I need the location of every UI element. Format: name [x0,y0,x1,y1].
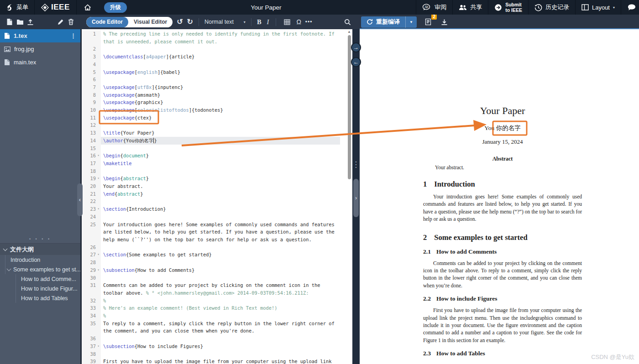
code-line[interactable]: 27▾\section{Some examples to get started… [82,251,352,259]
code-line[interactable]: 24 [82,213,352,221]
code-line[interactable]: 22 [82,198,352,205]
code-line[interactable]: 7\usepackage[utf8x]{inputenc} [82,83,352,91]
code-editor-tab[interactable]: Code Editor [86,17,128,27]
pdf-resize-handle[interactable]: › [353,179,359,217]
code-line[interactable]: 36 [82,335,352,343]
layout-button[interactable]: Layout ▾ [575,0,621,15]
code-line[interactable]: 2 [82,45,352,53]
code-line[interactable]: 1% The preceding line is only needed to … [82,30,352,45]
chat-button[interactable] [621,0,639,15]
code-line[interactable]: 12 [82,121,352,129]
code-line[interactable]: 30 [82,274,352,282]
fold-caret-icon[interactable]: ▾ [96,266,101,274]
code-line[interactable]: 14\author{You你的名字} [82,137,352,145]
fold-caret-icon[interactable]: ▾ [96,205,101,213]
code-line[interactable]: 33% Here's an example comment! (Best vie… [82,304,352,312]
code-line[interactable]: 32% [82,297,352,305]
insert-symbol-button[interactable]: Ω [296,19,301,25]
file-outline-header[interactable]: 文件大纲 [0,244,80,255]
code-line[interactable]: 13\title{Your Paper} [82,129,352,137]
code-line[interactable]: 37▾\subsection{How to include Figures} [82,343,352,350]
code-line[interactable]: 38 [82,350,352,358]
recompile-options-caret[interactable]: ▼ [405,16,417,28]
code-line[interactable]: 11\usepackage{ctex} [82,114,352,122]
code-line[interactable]: 20Your abstract. [82,182,352,190]
rename-pencil-icon[interactable] [55,17,66,27]
code-line[interactable]: 9\usepackage{graphicx} [82,99,352,106]
code-line[interactable]: 28 [82,259,352,266]
menu-button[interactable]: 菜单 [0,0,34,15]
code-line[interactable]: 18 [82,167,352,175]
redo-icon[interactable]: ↻ [187,18,193,26]
search-icon[interactable] [342,17,353,27]
history-button[interactable]: 历史记录 [528,0,575,15]
visual-editor-tab[interactable]: Visual Editor [128,17,173,27]
file-menu-kebab-icon[interactable]: ⋮ [70,32,76,39]
outline-resize-handle[interactable]: • • • • [0,237,80,241]
file-item[interactable]: frog.jpg [0,42,80,56]
insert-table-icon[interactable] [282,17,292,27]
main-content: 1.tex⋮frog.jpgmain.tex • • • • 文件大纲 Intr… [0,29,639,364]
code-line[interactable]: 3\documentclass[a4paper]{article} [82,53,352,61]
ieee-brand[interactable]: IEEE [35,3,76,12]
bold-button[interactable]: B [257,18,262,26]
download-pdf-icon[interactable] [439,17,450,27]
sidebar-resize-handle[interactable]: ‹ [77,183,83,216]
pdf-paragraph: Comments can be added to your project by… [423,260,582,290]
outline-item[interactable]: Some examples to get st... [5,265,80,274]
review-button[interactable]: Ab 审阅 [416,0,452,15]
code-line[interactable]: 10\usepackage[colorinlistoftodos]{todono… [82,106,352,114]
fold-caret-icon[interactable]: ▾ [96,343,101,350]
code-line[interactable]: 39First you have to upload the image fil… [82,358,352,364]
new-folder-icon[interactable] [15,17,25,27]
code-line[interactable]: 8\usepackage{amsmath} [82,91,352,99]
fold-caret-icon[interactable]: ▾ [96,175,101,182]
home-button[interactable] [77,0,99,15]
code-line[interactable]: 4 [82,61,352,68]
code-line[interactable]: 19▾\begin{abstract} [82,175,352,182]
chevron-down-icon[interactable] [7,266,11,271]
code-line[interactable]: 26 [82,244,352,251]
outline-item[interactable]: How to add Tables [16,293,80,303]
fold-caret-icon[interactable]: ▾ [96,251,101,259]
upload-icon[interactable] [25,17,36,27]
outline-item[interactable]: How to include Figur... [16,284,80,293]
submit-to-ieee-button[interactable]: Submit to IEEE [488,0,528,15]
share-button[interactable]: 共享 [452,0,488,15]
undo-icon[interactable]: ↺ [177,18,183,26]
fold-caret-icon[interactable]: ▾ [96,152,101,160]
code-line[interactable]: 35To reply to a comment, simply click th… [82,320,352,335]
outline-item[interactable]: How to add Comme... [16,274,80,284]
code-line[interactable]: 34% [82,312,352,320]
code-line[interactable]: 23▾\section{Introduction} [82,205,352,213]
italic-button[interactable]: I [266,18,271,26]
code-line[interactable]: 5\usepackage[english]{babel} [82,68,352,76]
recompile-button[interactable]: 重新编译 [361,16,405,28]
code-editor[interactable]: 1% The preceding line is only needed to … [80,29,352,364]
editor-scrollbar[interactable] [348,35,351,179]
code-line[interactable]: 31Comments can be added to your project … [82,281,352,296]
more-tools-button[interactable]: ••• [305,19,313,25]
paragraph-style-dropdown[interactable]: Normal text ▾ [204,19,246,25]
pdf-sections: 1IntroductionYour introduction goes here… [423,180,582,357]
code-line[interactable]: 6 [82,76,352,83]
jump-to-pdf-button[interactable]: → [351,42,361,52]
delete-trash-icon[interactable] [66,17,76,27]
jump-to-code-button[interactable]: ← [351,57,361,67]
code-line[interactable]: 25Your introduction goes here! Some exam… [82,221,352,244]
file-item[interactable]: main.tex [0,56,80,69]
code-line[interactable]: 29▾\subsection{How to add Comments} [82,266,352,274]
logs-button[interactable]: 2 [423,17,433,27]
code-line[interactable]: 16▾\begin{document} [82,152,352,160]
code-line[interactable]: 21\end{abstract} [82,190,352,198]
line-number-gutter: 39 [82,358,101,364]
code-line[interactable]: 17\maketitle [82,160,352,167]
upgrade-button[interactable]: 升级 [104,2,127,13]
new-file-icon[interactable] [4,17,15,27]
file-item[interactable]: 1.tex⋮ [0,29,80,42]
outline-item[interactable]: Introduction [5,255,80,265]
scrollbar-up-arrow[interactable]: ▲ [347,30,351,34]
overleaf-logo-icon [6,4,13,11]
line-number-gutter: 13 [82,129,101,137]
code-line[interactable]: 15 [82,145,352,152]
